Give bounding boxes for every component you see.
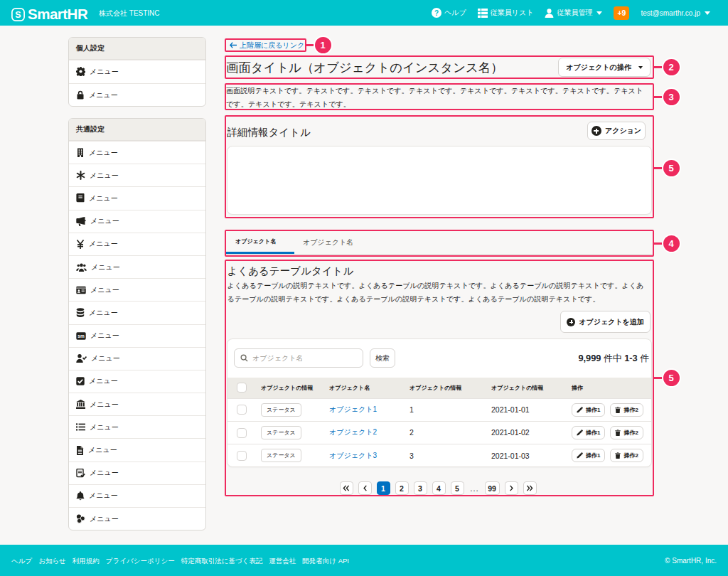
svg-text:sm: sm [77, 334, 85, 338]
svg-text:S: S [15, 9, 21, 19]
svg-text:?: ? [434, 9, 439, 17]
